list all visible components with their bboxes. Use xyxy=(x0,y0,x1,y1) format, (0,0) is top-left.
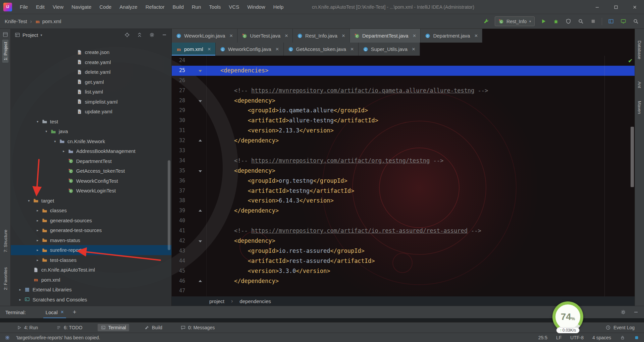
stop-button[interactable] xyxy=(589,18,597,25)
code-line-26[interactable]: 26 xyxy=(172,76,635,86)
code-line-32[interactable]: 32 </dependency> xyxy=(172,136,635,146)
settings-gear-icon[interactable] xyxy=(149,32,155,38)
profiler-search-button[interactable] xyxy=(577,18,584,25)
line-number[interactable]: 42 xyxy=(172,236,187,246)
close-tab-icon[interactable]: × xyxy=(208,46,211,52)
layout-windows-icon[interactable] xyxy=(607,18,614,25)
fold-marker-icon[interactable] xyxy=(187,276,207,286)
line-number[interactable]: 43 xyxy=(172,246,187,256)
line-number[interactable]: 41 xyxy=(172,226,187,236)
terminal-tab-local[interactable]: Local × xyxy=(43,306,66,318)
minimize-button[interactable] xyxy=(588,0,606,14)
stripe-tab-database[interactable]: Database xyxy=(636,38,643,62)
breadcrumb-file[interactable]: pom.xml xyxy=(42,18,61,24)
expand-arrow-icon[interactable]: ▸ xyxy=(34,209,42,212)
stripe-tab-project[interactable]: 1: Project xyxy=(2,40,8,63)
code-line-47[interactable]: 47 xyxy=(172,286,635,296)
tree-item-maven-status[interactable]: ▸maven-status xyxy=(11,235,171,245)
stripe-tab-ant[interactable]: Ant xyxy=(636,79,643,91)
line-number[interactable]: 37 xyxy=(172,186,187,196)
tree-item-update-yaml[interactable]: Yupdate.yaml xyxy=(11,107,171,117)
code-line-44[interactable]: 44 <artifactId>rest-assured</artifactId> xyxy=(172,256,635,266)
close-tab-icon[interactable]: × xyxy=(412,46,415,52)
file-encoding[interactable]: UTF-8 xyxy=(570,335,584,340)
menu-file[interactable]: File xyxy=(16,3,32,11)
tree-item-generated-sources[interactable]: ▸generated-sources xyxy=(11,216,171,226)
close-tab-icon[interactable]: × xyxy=(342,33,345,39)
line-number[interactable]: 24 xyxy=(172,56,187,66)
close-tab-icon[interactable]: × xyxy=(351,46,354,52)
editor-tab-super-utils-java[interactable]: CSuper_Utils.java× xyxy=(359,43,420,56)
code-line-27[interactable]: 27 <!-- https://mvnrepository.com/artifa… xyxy=(172,86,635,96)
code-line-46[interactable]: 46 </dependency> xyxy=(172,276,635,286)
code-line-37[interactable]: 37 <artifactId>testng</artifactId> xyxy=(172,186,635,196)
collapse-arrow-icon[interactable]: ▾ xyxy=(25,199,33,203)
toolwindow-button-4-run[interactable]: 4: Run xyxy=(13,324,41,331)
line-number[interactable]: 39 xyxy=(172,206,187,216)
editor-tab-getaccess-token-java[interactable]: CGetAccess_token.java× xyxy=(284,43,359,56)
chevron-down-icon[interactable]: ▾ xyxy=(41,33,42,37)
coverage-button[interactable] xyxy=(565,18,572,25)
collapse-arrow-icon[interactable]: ▾ xyxy=(34,120,42,123)
tree-item-java[interactable]: ▾java xyxy=(11,126,171,136)
run-button[interactable] xyxy=(540,18,547,25)
expand-arrow-icon[interactable]: ▸ xyxy=(34,228,42,232)
build-wrench-icon[interactable] xyxy=(482,18,490,25)
line-separator[interactable]: LF xyxy=(556,335,561,340)
tree-item-addressbookmanagement[interactable]: ▸AddressBookManagement xyxy=(11,146,171,156)
expand-arrow-icon[interactable]: ▸ xyxy=(60,149,68,153)
tree-item-external-libraries[interactable]: ▸External Libraries xyxy=(11,285,171,295)
line-number[interactable]: 30 xyxy=(172,116,187,126)
tree-item-cn-knife-apiautotest-iml[interactable]: icn.Knife.apiAutoTest.iml xyxy=(11,265,171,275)
tree-item-weworkconfigtest[interactable]: CWeworkConfigTest xyxy=(11,176,171,186)
code-editor[interactable]: 2425 <dependencies>2627 <!-- https://mvn… xyxy=(172,56,635,296)
code-line-35[interactable]: 35 <dependency> xyxy=(172,166,635,176)
line-number[interactable]: 25 xyxy=(172,66,187,76)
caret-position[interactable]: 25:5 xyxy=(538,335,547,340)
collapse-arrow-icon[interactable]: ▾ xyxy=(42,129,50,133)
editor-tab-weworkconfig-java[interactable]: CWeworkConfig.java× xyxy=(216,43,284,56)
run-configuration-select[interactable]: C Rest_Info ▾ xyxy=(495,16,535,26)
fold-marker-icon[interactable] xyxy=(187,206,207,216)
tree-item-weworklogintest[interactable]: CWeworkLoginTest xyxy=(11,186,171,196)
close-tab-icon[interactable]: × xyxy=(276,46,279,52)
code-line-33[interactable]: 33 xyxy=(172,146,635,156)
toolwindow-button-0-messages[interactable]: 0: Messages xyxy=(177,324,218,331)
line-number[interactable]: 46 xyxy=(172,276,187,286)
breadcrumb-item[interactable]: dependencies xyxy=(239,298,271,304)
line-number[interactable]: 31 xyxy=(172,126,187,136)
code-line-38[interactable]: 38 <version>6.14.3</version> xyxy=(172,196,635,206)
close-button[interactable] xyxy=(625,0,644,14)
editor-tab-weworklogin-java[interactable]: CWeworkLogin.java× xyxy=(172,29,237,43)
toolwindow-button-build[interactable]: Build xyxy=(141,324,165,331)
toolwindow-button-6-todo[interactable]: 6: TODO xyxy=(53,324,86,331)
tree-item-list-yaml[interactable]: Ylist.yaml xyxy=(11,87,171,97)
stripe-tab-favorites[interactable]: 2: Favorites xyxy=(2,265,8,292)
line-number[interactable]: 36 xyxy=(172,176,187,186)
close-tab-icon[interactable]: × xyxy=(413,33,416,39)
code-line-30[interactable]: 30 <artifactId>allure-testng</artifactId… xyxy=(172,116,635,126)
terminal-settings-gear-icon[interactable] xyxy=(621,309,626,315)
toolwindow-switcher-icon[interactable] xyxy=(5,335,10,340)
tree-item-simplelist-yaml[interactable]: Ysimplelist.yaml xyxy=(11,97,171,107)
tree-item-create-yaml[interactable]: Ycreate.yaml xyxy=(11,57,171,67)
code-line-40[interactable]: 40 xyxy=(172,216,635,226)
line-number[interactable]: 40 xyxy=(172,216,187,226)
tree-item-classes[interactable]: ▸classes xyxy=(11,206,171,216)
line-number[interactable]: 47 xyxy=(172,286,187,296)
project-scrollbar[interactable] xyxy=(168,160,170,250)
line-number[interactable]: 38 xyxy=(172,196,187,206)
code-line-42[interactable]: 42 <dependency> xyxy=(172,236,635,246)
menu-help[interactable]: Help xyxy=(270,3,287,11)
event-log-button[interactable]: Event Log xyxy=(605,325,635,330)
breadcrumb-project[interactable]: Knife-Test xyxy=(5,18,27,24)
status-message[interactable]: 'target/surefire-reports' has been copie… xyxy=(16,335,100,340)
code-line-43[interactable]: 43 <groupId>io.rest-assured</groupId> xyxy=(172,246,635,256)
code-line-25[interactable]: 25 <dependencies> xyxy=(172,66,635,76)
fold-marker-icon[interactable] xyxy=(187,96,207,106)
tree-item-pom-xml[interactable]: mpom.xml xyxy=(11,275,171,285)
menu-build[interactable]: Build xyxy=(169,3,187,11)
line-number[interactable]: 28 xyxy=(172,96,187,106)
line-number[interactable]: 26 xyxy=(172,76,187,86)
tree-item-target[interactable]: ▾target xyxy=(11,196,171,206)
